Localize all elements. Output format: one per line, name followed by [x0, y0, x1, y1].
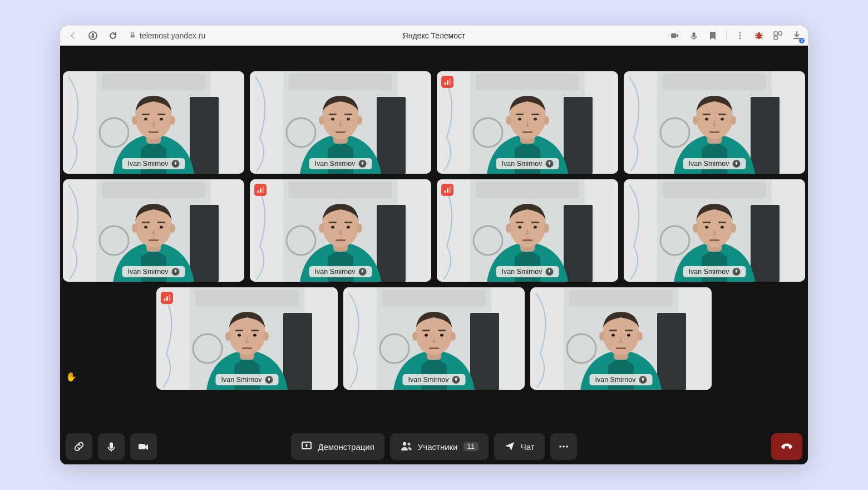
svg-line-30	[756, 33, 757, 35]
svg-point-42	[407, 442, 410, 445]
participants-count: 11	[463, 442, 479, 451]
participant-tile[interactable]: Ivan Smirnov	[250, 71, 431, 174]
hangup-button[interactable]	[771, 433, 802, 460]
participant-tile[interactable]: Ivan Smirnov	[437, 179, 618, 282]
menu-icon[interactable]	[734, 30, 746, 41]
svg-point-24	[739, 35, 741, 36]
more-options-button[interactable]	[550, 433, 577, 460]
mic-status-icon	[171, 160, 179, 168]
svg-rect-36	[774, 36, 777, 40]
mic-status-icon	[452, 376, 460, 384]
mic-permission-icon[interactable]	[688, 30, 699, 41]
participant-name: Ivan Smirnov	[221, 376, 262, 384]
poor-connection-icon	[441, 184, 453, 196]
participant-row: Ivan SmirnovIvan SmirnovIvan Smirnov	[156, 287, 712, 390]
participant-row: Ivan SmirnovIvan SmirnovIvan SmirnovIvan…	[63, 71, 805, 174]
svg-point-20	[89, 32, 97, 40]
svg-point-43	[559, 445, 561, 448]
svg-point-45	[566, 445, 568, 448]
participant-tile[interactable]: Ivan Smirnov	[343, 287, 525, 390]
svg-point-23	[739, 32, 741, 33]
raise-hand-indicator: ✋	[66, 371, 77, 382]
participant-tile[interactable]: Ivan Smirnov	[530, 287, 712, 390]
bookmark-icon[interactable]	[707, 30, 718, 41]
participants-label: Участники	[418, 442, 458, 452]
participant-name-pill: Ivan Smirnov	[496, 158, 559, 169]
svg-point-41	[403, 442, 406, 445]
participants-button[interactable]: Участники 11	[390, 433, 489, 460]
participant-name-pill: Ivan Smirnov	[683, 266, 746, 277]
participant-name-pill: Ivan Smirnov	[309, 158, 372, 169]
svg-rect-38	[139, 444, 145, 449]
bug-extension-icon[interactable]	[753, 30, 765, 41]
svg-line-31	[761, 33, 763, 35]
participant-tile[interactable]: Ivan Smirnov	[63, 179, 244, 282]
call-toolbar: Демонстрация Участники 11 Чат	[60, 429, 808, 464]
participant-name-pill: Ivan Smirnov	[496, 266, 559, 277]
participant-name-pill: Ivan Smirnov	[683, 158, 746, 169]
back-button[interactable]	[66, 28, 80, 43]
participant-tile[interactable]: Ivan Smirnov	[624, 179, 805, 282]
svg-point-44	[563, 445, 565, 448]
svg-rect-40	[306, 445, 307, 447]
lock-icon	[129, 31, 136, 40]
mic-status-icon	[265, 376, 273, 384]
participant-name: Ivan Smirnov	[408, 376, 449, 384]
mic-status-icon	[358, 268, 366, 276]
participant-name: Ivan Smirnov	[128, 268, 169, 276]
participant-tile[interactable]: Ivan Smirnov	[156, 287, 338, 390]
mic-status-icon	[732, 160, 740, 168]
svg-point-25	[739, 37, 741, 39]
svg-rect-22	[671, 33, 676, 38]
mic-status-icon	[545, 160, 553, 168]
poor-connection-icon	[254, 184, 267, 196]
toggle-mic-button[interactable]	[98, 433, 125, 460]
participant-tile[interactable]: Ivan Smirnov	[437, 71, 618, 174]
participant-name: Ivan Smirnov	[502, 160, 542, 168]
svg-line-32	[756, 37, 757, 38]
downloads-icon[interactable]: 3	[791, 30, 802, 41]
mic-status-icon	[358, 160, 366, 168]
svg-point-27	[758, 32, 760, 34]
shield-icon[interactable]	[86, 28, 100, 43]
reload-button[interactable]	[106, 28, 120, 43]
participant-tile[interactable]: Ivan Smirnov	[250, 179, 431, 282]
chat-icon	[504, 440, 515, 453]
chrome-toolbar-right: 3	[669, 30, 802, 41]
chat-label: Чат	[521, 442, 535, 452]
screen-share-icon	[301, 440, 312, 453]
screen-share-button[interactable]: Демонстрация	[291, 433, 384, 460]
participant-grid: Ivan SmirnovIvan SmirnovIvan SmirnovIvan…	[60, 71, 808, 390]
separator	[726, 30, 727, 41]
video-stage: ✋ Ivan SmirnovIvan SmirnovIvan SmirnovIv…	[60, 46, 808, 429]
mic-status-icon	[171, 268, 179, 276]
participant-name-pill: Ivan Smirnov	[590, 374, 653, 385]
browser-chrome: telemost.yandex.ru Яндекс Телемост	[60, 26, 808, 46]
chat-button[interactable]: Чат	[494, 433, 545, 460]
participant-name-pill: Ivan Smirnov	[309, 266, 372, 277]
participant-name: Ivan Smirnov	[689, 268, 729, 276]
svg-rect-21	[131, 34, 135, 37]
url-text: telemost.yandex.ru	[140, 31, 205, 40]
camera-permission-icon[interactable]	[669, 30, 680, 41]
participant-tile[interactable]: Ivan Smirnov	[63, 71, 244, 174]
svg-line-33	[761, 37, 763, 38]
svg-rect-35	[778, 32, 782, 35]
mic-status-icon	[732, 268, 740, 276]
app-window: telemost.yandex.ru Яндекс Телемост	[60, 26, 808, 464]
address-bar[interactable]: telemost.yandex.ru	[129, 31, 205, 40]
participant-name-pill: Ivan Smirnov	[122, 158, 185, 169]
participant-row: Ivan SmirnovIvan SmirnovIvan SmirnovIvan…	[63, 179, 805, 282]
mic-status-icon	[545, 268, 553, 276]
participant-name: Ivan Smirnov	[689, 160, 729, 168]
poor-connection-icon	[441, 76, 453, 88]
svg-rect-34	[774, 32, 777, 35]
copy-link-button[interactable]	[66, 433, 92, 460]
toggle-camera-button[interactable]	[130, 433, 157, 460]
participant-tile[interactable]: Ivan Smirnov	[624, 71, 805, 174]
participants-icon	[400, 440, 412, 453]
downloads-count-badge: 3	[799, 38, 805, 43]
extensions-icon[interactable]	[772, 30, 783, 41]
participant-name: Ivan Smirnov	[502, 268, 542, 276]
participant-name-pill: Ivan Smirnov	[122, 266, 185, 277]
